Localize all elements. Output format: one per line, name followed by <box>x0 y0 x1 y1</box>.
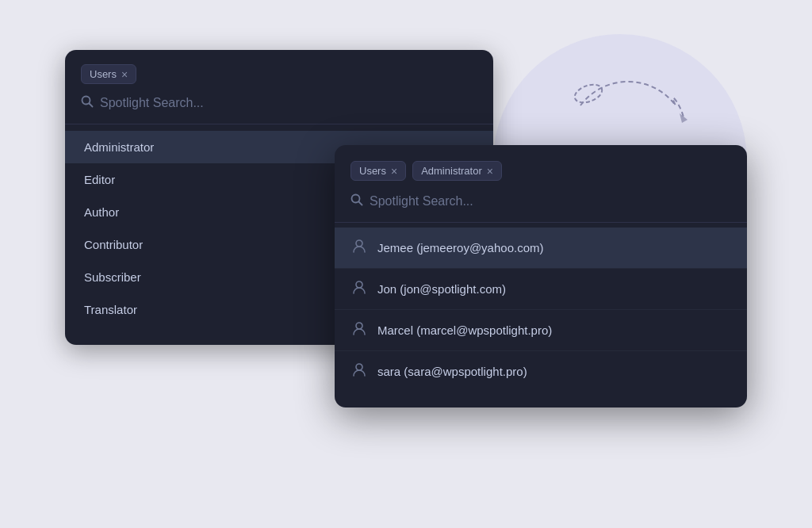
result-name-jemee: Jemee (jemeeroy@yahoo.com) <box>377 241 543 254</box>
user-icon-sara <box>352 362 366 381</box>
user-icon-jemee <box>352 239 366 257</box>
front-tag-administrator[interactable]: Administrator × <box>412 161 502 181</box>
front-tags-row: Users × Administrator × <box>335 161 747 193</box>
user-results-list: Jemee (jemeeroy@yahoo.com) Jon (jon@spot… <box>335 223 747 392</box>
back-tag-users-label: Users <box>90 68 117 80</box>
result-item-jon[interactable]: Jon (jon@spotlight.com) <box>335 269 747 310</box>
result-item-marcel[interactable]: Marcel (marcel@wpspotlight.pro) <box>335 310 747 351</box>
back-tag-users[interactable]: Users × <box>81 64 136 84</box>
front-tag-administrator-label: Administrator <box>421 165 482 177</box>
svg-point-6 <box>356 240 362 247</box>
front-search-icon <box>350 193 363 209</box>
front-tag-users-label: Users <box>359 165 386 177</box>
result-item-sara[interactable]: sara (sara@wpspotlight.pro) <box>335 351 747 392</box>
back-search-icon <box>81 95 94 111</box>
front-search-row: Spotlight Search... <box>335 193 747 223</box>
front-tag-administrator-close[interactable]: × <box>487 166 493 177</box>
result-item-jemee[interactable]: Jemee (jemeeroy@yahoo.com) <box>335 228 747 269</box>
result-name-marcel: Marcel (marcel@wpspotlight.pro) <box>377 323 552 337</box>
back-search-placeholder[interactable]: Spotlight Search... <box>100 96 204 110</box>
result-name-sara: sara (sara@wpspotlight.pro) <box>377 365 527 378</box>
svg-line-5 <box>359 202 362 205</box>
deco-arrow <box>557 58 699 153</box>
back-search-row: Spotlight Search... <box>65 95 493 124</box>
back-tags-row: Users × <box>65 64 493 95</box>
front-tag-users-close[interactable]: × <box>391 166 397 177</box>
svg-point-0 <box>573 81 605 105</box>
user-icon-jon <box>352 280 366 298</box>
back-tag-users-close[interactable]: × <box>121 69 128 80</box>
svg-point-7 <box>356 281 362 288</box>
svg-point-8 <box>356 323 362 329</box>
user-results-card: Users × Administrator × Spotlight Search… <box>335 145 747 407</box>
front-search-placeholder[interactable]: Spotlight Search... <box>370 194 473 209</box>
svg-line-3 <box>90 104 93 107</box>
svg-point-9 <box>356 364 362 370</box>
result-name-jon: Jon (jon@spotlight.com) <box>377 282 506 296</box>
front-tag-users[interactable]: Users × <box>350 161 406 181</box>
user-icon-marcel <box>352 321 366 339</box>
